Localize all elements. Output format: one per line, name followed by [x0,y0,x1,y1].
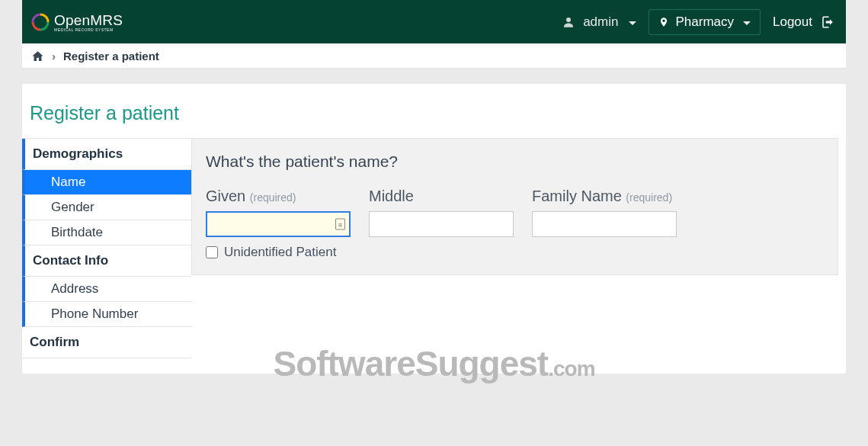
family-input[interactable] [532,211,677,237]
form-panel: What's the patient's name? Given (requir… [191,138,838,275]
page-title: Register a patient [22,102,846,138]
watermark-main: SoftwareSuggest [273,344,548,383]
required-suffix: (required) [250,191,296,204]
map-pin-icon [658,15,669,29]
step-phone[interactable]: Phone Number [22,302,191,327]
field-middle: Middle [369,188,514,237]
middle-label: Middle [369,188,414,204]
step-gender[interactable]: Gender [22,195,191,220]
home-icon[interactable] [31,50,44,63]
given-label: Given [206,188,245,204]
field-given: Given (required) ≡ [206,188,351,237]
caret-down-icon [629,21,636,25]
middle-input[interactable] [369,211,514,237]
wizard-sidebar: Demographics Name Gender Birthdate Conta… [22,138,191,358]
watermark: SoftwareSuggest.com [0,343,868,384]
given-input[interactable] [206,211,351,237]
family-label: Family Name [532,188,622,204]
top-bar: OpenMRS MEDICAL RECORD SYSTEM admin Phar… [22,0,846,43]
section-demographics[interactable]: Demographics [22,139,191,170]
user-icon [562,15,575,29]
required-suffix: (required) [626,191,672,204]
section-contact-info[interactable]: Contact Info [22,245,191,277]
form-question: What's the patient's name? [206,152,824,171]
autofill-icon: ≡ [335,219,345,230]
brand-logo[interactable]: OpenMRS MEDICAL RECORD SYSTEM [31,12,123,32]
main-card: Register a patient Demographics Name Gen… [22,84,846,374]
step-birthdate[interactable]: Birthdate [22,220,191,245]
user-menu[interactable]: admin [562,14,636,30]
location-selector[interactable]: Pharmacy [649,9,761,35]
location-name: Pharmacy [675,14,734,30]
step-name[interactable]: Name [22,170,191,195]
field-family: Family Name (required) [532,188,677,237]
logout-button[interactable]: Logout [773,14,835,30]
unidentified-row[interactable]: Unidentified Patient [206,245,824,260]
user-name: admin [583,14,618,30]
brand-tagline: MEDICAL RECORD SYSTEM [54,27,123,32]
svg-point-0 [566,18,571,22]
breadcrumb: › Register a patient [22,43,846,69]
unidentified-checkbox[interactable] [206,246,218,258]
chevron-right-icon: › [52,50,56,63]
step-address[interactable]: Address [22,277,191,302]
unidentified-label: Unidentified Patient [224,245,336,260]
logout-label: Logout [773,14,812,30]
openmrs-logo-icon [31,13,50,31]
watermark-suffix: .com [548,357,594,380]
caret-down-icon [743,21,751,25]
breadcrumb-current: Register a patient [63,50,159,63]
brand-name: OpenMRS [54,12,123,29]
logout-icon [820,15,835,29]
